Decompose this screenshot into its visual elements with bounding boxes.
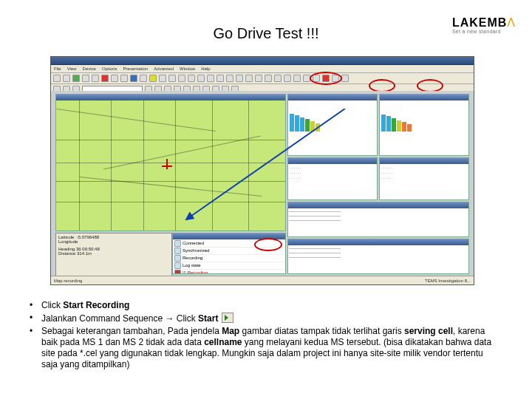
toolbar-icon[interactable] xyxy=(207,75,214,82)
toolbar-icon[interactable] xyxy=(255,75,262,82)
toolbar-icon[interactable] xyxy=(265,75,272,82)
toolbar-icon[interactable] xyxy=(216,75,224,82)
status-left: Map recording xyxy=(54,279,82,283)
dist-value: 314.1m xyxy=(77,251,92,256)
toolbar-icon[interactable] xyxy=(188,75,195,82)
menu-options[interactable]: Options xyxy=(102,66,117,71)
cmd-line: Recording xyxy=(183,255,202,262)
status-icon xyxy=(174,262,181,269)
toolbar-icon[interactable] xyxy=(226,75,233,82)
toolbar-icon[interactable] xyxy=(236,75,243,82)
app-screenshot: File View Device Options Presentation Ad… xyxy=(50,56,474,285)
lon-label: Longitude xyxy=(58,239,78,244)
command-sequence-window: Connected Synchronized Recording Log sta… xyxy=(172,233,286,274)
map-cursor-icon xyxy=(166,159,168,169)
record-icon xyxy=(174,270,181,273)
dist-label: Distance xyxy=(58,251,75,256)
toolbar-icon[interactable] xyxy=(284,75,291,82)
bullet-icon: • xyxy=(30,313,41,326)
window-titlebar xyxy=(51,57,474,65)
menu-file[interactable]: File xyxy=(54,66,61,71)
annotation-circle-cmd xyxy=(254,238,282,251)
menu-window[interactable]: Window xyxy=(180,66,195,71)
toolbar-icon[interactable] xyxy=(92,75,99,82)
toolbar-icon[interactable] xyxy=(72,75,80,82)
map-window-titlebar xyxy=(56,95,285,100)
workspace: Latitude -5.0796488 Longitude Heading 36… xyxy=(51,91,474,276)
map-canvas[interactable] xyxy=(56,100,285,231)
cmd-line: Log state xyxy=(183,262,201,269)
toolbar-icon[interactable] xyxy=(159,75,166,82)
cmd-line: Connected xyxy=(183,240,204,247)
map-window xyxy=(55,94,286,231)
toolbar-icon[interactable] xyxy=(197,75,205,82)
toolbar-icon[interactable] xyxy=(274,75,282,82)
toolbar-icon[interactable] xyxy=(130,75,137,82)
toolbar-icon[interactable] xyxy=(178,75,185,82)
status-icon xyxy=(174,248,181,254)
menu-help[interactable]: Help xyxy=(201,66,210,71)
menu-view[interactable]: View xyxy=(67,66,77,71)
cmd-line-recording: !!! Recording ... xyxy=(183,270,213,273)
toolbar-icon[interactable] xyxy=(111,75,118,82)
data-window-6: ————————————————————————————————————————… xyxy=(287,239,469,274)
data-window-5: ————————————————————————————————————————… xyxy=(287,202,469,237)
toolbar-icon[interactable] xyxy=(245,75,253,82)
toolbar-icon[interactable] xyxy=(101,75,109,82)
gps-panel: Latitude -5.0796488 Longitude Heading 36… xyxy=(55,233,172,277)
toolbar-1 xyxy=(51,73,474,84)
status-right: TEMS Investigation 8... xyxy=(425,279,471,283)
status-icon xyxy=(174,240,181,247)
instruction-line-1: Click Start Recording xyxy=(41,300,502,313)
toolbar-icon[interactable] xyxy=(82,75,89,82)
bullet-icon: • xyxy=(30,300,41,313)
bullet-icon: • xyxy=(30,326,41,372)
instructions-list: • Click Start Recording • Jalankan Comma… xyxy=(30,300,502,372)
toolbar-icon[interactable] xyxy=(63,75,70,82)
menu-device[interactable]: Device xyxy=(83,66,96,71)
toolbar-icon[interactable] xyxy=(293,75,301,82)
toolbar-icon[interactable] xyxy=(53,75,61,82)
page-title: Go Drive Test !!! xyxy=(0,25,532,42)
play-icon xyxy=(222,313,233,323)
annotation-circle-1 xyxy=(310,72,342,85)
toolbar-icon[interactable] xyxy=(120,75,128,82)
menu-presentation[interactable]: Presentation xyxy=(123,66,149,71)
toolbar-icon[interactable] xyxy=(140,75,147,82)
status-bar: Map recording TEMS Investigation 8... xyxy=(51,276,474,284)
data-window-1 xyxy=(287,94,378,156)
cmd-line: Synchronized xyxy=(183,248,209,254)
menu-advanced[interactable]: Advanced xyxy=(154,66,174,71)
data-window-3: · · · · · ·· · · · · ·· · · · · · xyxy=(287,157,378,200)
menu-bar: File View Device Options Presentation Ad… xyxy=(51,65,474,73)
status-icon xyxy=(174,255,181,262)
toolbar-icon[interactable] xyxy=(341,75,349,82)
instruction-line-3: Sebagai keterangan tambahan, Pada jendel… xyxy=(41,326,502,372)
toolbar-icon[interactable] xyxy=(168,75,176,82)
instruction-line-2: Jalankan Command Sequence → Click Start xyxy=(41,313,502,326)
data-window-2 xyxy=(379,94,469,156)
toolbar-icon[interactable] xyxy=(149,75,157,82)
data-window-4: · · · · · ·· · · · · ·· · · · · · xyxy=(379,157,469,200)
